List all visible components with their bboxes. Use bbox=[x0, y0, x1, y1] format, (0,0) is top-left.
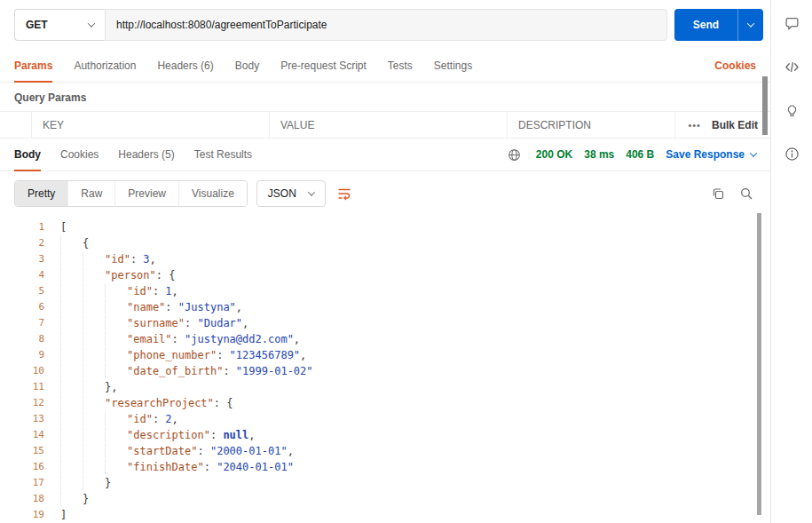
chevron-down-icon bbox=[750, 149, 757, 156]
code-line: 15"startDate": "2000-01-01", bbox=[0, 443, 770, 459]
indent-guide bbox=[83, 283, 105, 298]
send-options-button[interactable] bbox=[737, 9, 763, 41]
wrap-text-icon[interactable] bbox=[335, 184, 354, 203]
code-text: "startDate": "2000-01-01", bbox=[44, 443, 294, 459]
response-time[interactable]: 38 ms bbox=[584, 148, 614, 161]
format-select[interactable]: JSON bbox=[256, 180, 326, 207]
column-header-description[interactable]: DESCRIPTION bbox=[508, 112, 674, 138]
indent-guide bbox=[83, 459, 105, 474]
code-line: 5"id": 1, bbox=[0, 283, 770, 299]
info-icon[interactable] bbox=[781, 143, 802, 164]
response-size[interactable]: 406 B bbox=[626, 148, 654, 161]
code-icon[interactable] bbox=[781, 56, 802, 77]
line-number: 12 bbox=[0, 395, 44, 411]
indent-guide bbox=[83, 267, 105, 282]
json-punctuation: : bbox=[185, 317, 197, 329]
chevron-down-icon bbox=[88, 20, 95, 27]
request-tabs-row: ParamsAuthorizationHeaders (6)BodyPre-re… bbox=[0, 50, 770, 83]
chevron-down-icon bbox=[308, 188, 315, 195]
query-params-title: Query Params bbox=[0, 83, 770, 111]
response-tab-headers-5[interactable]: Headers (5) bbox=[118, 139, 174, 170]
code-line: 10"date_of_birth": "1999-01-02" bbox=[0, 363, 770, 379]
more-options-icon[interactable]: ••• bbox=[688, 120, 701, 131]
code-line: 1[ bbox=[0, 219, 770, 235]
status-badge[interactable]: 200 OK bbox=[536, 148, 572, 161]
right-sidebar bbox=[770, 0, 812, 523]
request-bar: GET Send bbox=[0, 0, 770, 50]
code-text: "description": null, bbox=[44, 427, 256, 443]
json-punctuation: , bbox=[172, 413, 178, 425]
indent-guide bbox=[60, 363, 83, 378]
indent-guide bbox=[83, 363, 105, 378]
indent-guide bbox=[60, 427, 83, 442]
view-tab-raw[interactable]: Raw bbox=[68, 181, 115, 206]
json-punctuation: [ bbox=[60, 221, 67, 234]
request-tab-body[interactable]: Body bbox=[235, 50, 259, 82]
response-scrollbar[interactable] bbox=[757, 213, 761, 515]
json-number: 2 bbox=[165, 413, 171, 425]
request-tab-tests[interactable]: Tests bbox=[388, 50, 413, 82]
code-text: "id": 1, bbox=[44, 283, 178, 299]
request-tab-headers-6[interactable]: Headers (6) bbox=[157, 50, 213, 82]
indent-guide bbox=[60, 251, 83, 266]
view-tab-preview[interactable]: Preview bbox=[115, 181, 179, 206]
method-label: GET bbox=[26, 19, 48, 31]
page-scrollbar[interactable] bbox=[762, 76, 768, 135]
indent-guide bbox=[60, 315, 83, 330]
row-checkbox-cell[interactable] bbox=[0, 112, 32, 138]
cookies-link[interactable]: Cookies bbox=[714, 50, 756, 82]
globe-icon[interactable] bbox=[505, 145, 524, 164]
format-label: JSON bbox=[268, 187, 296, 200]
response-tab-test-results[interactable]: Test Results bbox=[194, 139, 252, 170]
indent-guide bbox=[83, 315, 105, 330]
code-text: "id": 3, bbox=[44, 251, 156, 267]
comment-icon[interactable] bbox=[781, 12, 802, 34]
request-tab-pre-request-script[interactable]: Pre-request Script bbox=[280, 50, 367, 82]
indent-guide bbox=[83, 411, 105, 426]
response-body-code: 1[2{3"id": 3,4"person": {5"id": 1,6"name… bbox=[0, 216, 770, 523]
copy-icon[interactable] bbox=[708, 184, 728, 203]
json-punctuation: : bbox=[153, 285, 165, 297]
response-tab-cookies[interactable]: Cookies bbox=[60, 139, 99, 170]
code-text: "name": "Justyna", bbox=[44, 299, 242, 315]
code-text: { bbox=[44, 235, 89, 251]
lightbulb-icon[interactable] bbox=[781, 99, 802, 121]
indent-guide bbox=[105, 299, 127, 314]
view-tab-pretty[interactable]: Pretty bbox=[15, 181, 68, 206]
json-punctuation: : bbox=[217, 349, 229, 361]
bulk-edit-button[interactable]: Bulk Edit bbox=[712, 119, 758, 131]
line-number: 14 bbox=[0, 427, 44, 443]
indent-guide bbox=[60, 331, 83, 346]
indent-guide bbox=[83, 395, 105, 410]
indent-guide bbox=[83, 379, 105, 394]
request-tab-settings[interactable]: Settings bbox=[434, 50, 472, 82]
indent-guide bbox=[105, 283, 127, 298]
save-response-button[interactable]: Save Response bbox=[666, 148, 756, 161]
json-punctuation: , bbox=[248, 429, 255, 441]
search-icon[interactable] bbox=[737, 184, 756, 203]
view-tab-visualize[interactable]: Visualize bbox=[179, 181, 247, 206]
url-input[interactable] bbox=[105, 9, 667, 41]
json-punctuation: : bbox=[223, 365, 235, 377]
response-tab-body[interactable]: Body bbox=[14, 139, 41, 170]
request-tab-params[interactable]: Params bbox=[14, 50, 52, 82]
send-button[interactable]: Send bbox=[674, 9, 763, 41]
json-punctuation: : { bbox=[156, 269, 176, 281]
indent-guide bbox=[60, 411, 83, 426]
code-line: 18} bbox=[0, 491, 770, 507]
json-punctuation: , bbox=[172, 285, 178, 297]
line-number: 2 bbox=[0, 235, 44, 251]
json-punctuation: ] bbox=[60, 509, 67, 521]
response-header: BodyCookiesHeaders (5)Test Results 200 O… bbox=[0, 139, 770, 171]
indent-guide bbox=[105, 411, 127, 426]
line-number: 1 bbox=[0, 219, 44, 235]
column-header-key[interactable]: KEY bbox=[32, 112, 270, 138]
json-key: "startDate" bbox=[127, 445, 197, 457]
json-punctuation: : { bbox=[214, 397, 233, 409]
indent-guide bbox=[60, 235, 83, 250]
column-header-value[interactable]: VALUE bbox=[270, 112, 508, 138]
request-tab-authorization[interactable]: Authorization bbox=[74, 50, 136, 82]
method-select[interactable]: GET bbox=[14, 9, 105, 41]
code-line: 13"id": 2, bbox=[0, 411, 770, 427]
indent-guide bbox=[83, 443, 105, 458]
